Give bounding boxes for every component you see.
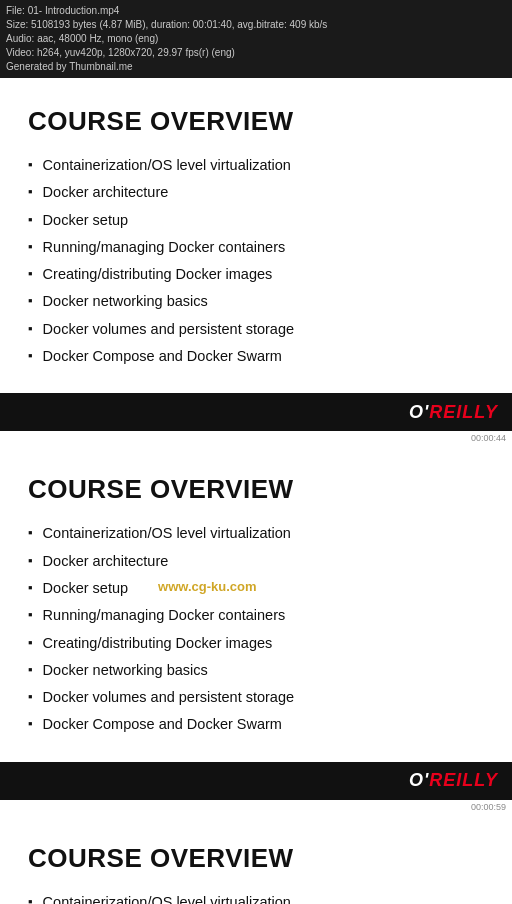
slide-1-list: Containerization/OS level virtualization… [28, 155, 484, 366]
slide-3-title: COURSE OVERVIEW [28, 843, 484, 874]
list-item: Docker volumes and persistent storage [28, 319, 484, 339]
slide-1-title: COURSE OVERVIEW [28, 106, 484, 137]
watermark-2: www.cg-ku.com [158, 578, 256, 596]
list-item: Docker networking basics [28, 660, 484, 680]
oreilly-logo-1: O'REILLY [409, 402, 498, 423]
slide-1-timestamp: 00:00:44 [0, 431, 512, 446]
file-info-line1: File: 01- Introduction.mp4 [6, 4, 506, 18]
list-item: Containerization/OS level virtualization [28, 155, 484, 175]
slide-2-footer: O'REILLY [0, 762, 512, 800]
list-item: Docker architecture [28, 182, 484, 202]
file-info-line2: Size: 5108193 bytes (4.87 MiB), duration… [6, 18, 506, 32]
list-item: Containerization/OS level virtualization [28, 892, 484, 904]
slide-2-title: COURSE OVERVIEW [28, 474, 484, 505]
oreilly-logo-2: O'REILLY [409, 770, 498, 791]
slide-3-list: Containerization/OS level virtualization… [28, 892, 484, 904]
list-item: Docker setup www.cg-ku.com [28, 578, 484, 598]
file-info-line3: Audio: aac, 48000 Hz, mono (eng) [6, 32, 506, 46]
list-item: Docker networking basics [28, 291, 484, 311]
slide-1-footer: O'REILLY [0, 393, 512, 431]
slide-2: COURSE OVERVIEW Containerization/OS leve… [0, 446, 512, 761]
file-info-line4: Video: h264, yuv420p, 1280x720, 29.97 fp… [6, 46, 506, 60]
slide-1: COURSE OVERVIEW Containerization/OS leve… [0, 78, 512, 393]
list-item: Docker volumes and persistent storage [28, 687, 484, 707]
list-item: Running/managing Docker containers [28, 605, 484, 625]
list-item: Containerization/OS level virtualization [28, 523, 484, 543]
list-item: Creating/distributing Docker images [28, 264, 484, 284]
file-info-bar: File: 01- Introduction.mp4 Size: 5108193… [0, 0, 512, 78]
slide-2-timestamp: 00:00:59 [0, 800, 512, 815]
slide-2-list: Containerization/OS level virtualization… [28, 523, 484, 734]
list-item: Running/managing Docker containers [28, 237, 484, 257]
list-item: Docker Compose and Docker Swarm [28, 714, 484, 734]
list-item: Creating/distributing Docker images [28, 633, 484, 653]
file-info-line5: Generated by Thumbnail.me [6, 60, 506, 74]
slide-3: COURSE OVERVIEW Containerization/OS leve… [0, 815, 512, 904]
list-item: Docker Compose and Docker Swarm [28, 346, 484, 366]
list-item: Docker architecture [28, 551, 484, 571]
list-item: Docker setup [28, 210, 484, 230]
